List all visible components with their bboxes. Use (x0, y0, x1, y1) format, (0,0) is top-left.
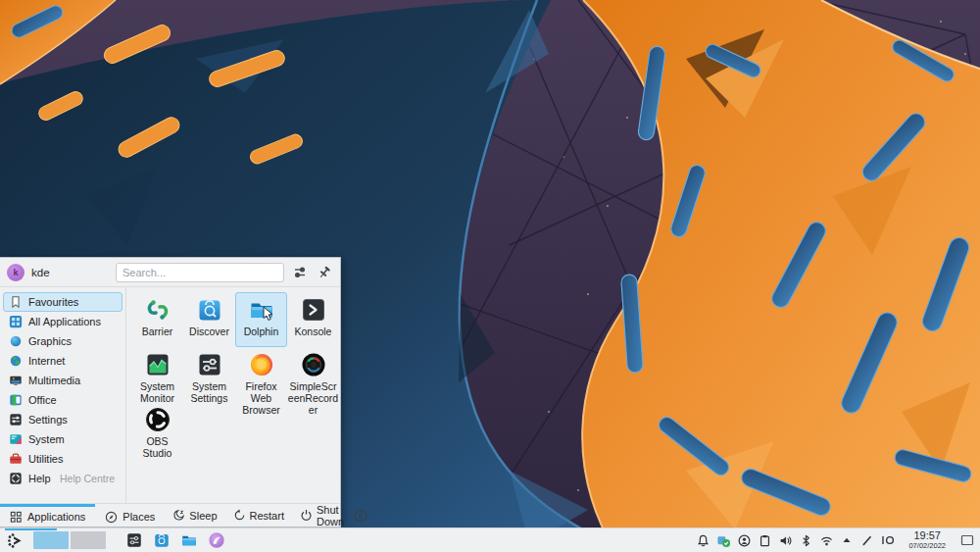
applications-tab-icon (10, 511, 23, 524)
bookmark-icon (9, 295, 23, 309)
app-label: System Settings (184, 381, 235, 405)
task-purple-swirl-app[interactable] (207, 531, 225, 550)
help-icon (9, 472, 23, 485)
expand-tray-icon[interactable] (839, 532, 855, 548)
settings-sliders-icon (9, 413, 23, 427)
sidebar-item-office[interactable]: Office (3, 390, 122, 410)
sidebar-item-utilities[interactable]: Utilities (3, 449, 122, 469)
sidebar-item-settings[interactable]: Settings (3, 410, 122, 429)
sidebar-item-label: Office (28, 394, 57, 406)
clock-time: 19:57 (908, 530, 946, 541)
app-label: System Monitor (132, 381, 183, 405)
volume-icon[interactable] (777, 532, 793, 548)
shut-down-button[interactable]: Shut Down (292, 504, 352, 527)
task-dolphin[interactable] (179, 531, 198, 550)
app-system-monitor[interactable]: System Monitor (131, 347, 183, 402)
purple-swirl-app-icon (208, 531, 225, 549)
app-dolphin[interactable]: Dolphin (235, 292, 287, 347)
sidebar-item-internet[interactable]: Internet (3, 351, 122, 371)
sidebar-item-multimedia[interactable]: Multimedia (3, 371, 122, 390)
sidebar-item-label: Multimedia (28, 375, 80, 386)
sort-icon (292, 265, 308, 280)
app-simplescreenrecorder[interactable]: SimpleScreenRecorder (287, 347, 339, 402)
tab-label: Places (122, 511, 155, 523)
sidebar-item-help[interactable]: Help Help Centre (3, 469, 122, 488)
chevron-circle-icon (354, 509, 368, 523)
taskbar-panel: 19:57 07/02/2022 (0, 527, 980, 552)
network-wifi-icon[interactable] (818, 532, 834, 548)
session-label: Sleep (189, 510, 217, 522)
task-system-settings[interactable] (124, 531, 143, 550)
app-label: Barrier (132, 326, 183, 338)
sleep-button[interactable]: Sleep (165, 504, 224, 527)
app-label: Dolphin (236, 326, 287, 338)
category-sidebar: Favourites All Applications Graphics Int… (0, 287, 126, 503)
discover-icon (196, 296, 223, 324)
more-session-options-button[interactable] (352, 504, 375, 527)
favourites-app-grid: Barrier Discover Dolphin Konsole System … (126, 287, 340, 503)
task-discover[interactable] (152, 531, 171, 550)
session-label: Restart (250, 510, 284, 522)
app-konsole[interactable]: Konsole (287, 292, 339, 347)
pen-tablet-icon[interactable] (859, 532, 875, 548)
privacy-user-icon[interactable] (736, 532, 752, 548)
clock-date: 07/02/2022 (908, 542, 946, 550)
app-firefox[interactable]: Firefox Web Browser (235, 347, 287, 402)
launcher-header: k kde (0, 258, 340, 287)
app-system-settings[interactable]: System Settings (183, 347, 235, 402)
search-input[interactable] (116, 263, 284, 282)
sidebar-item-label: Favourites (28, 296, 78, 308)
dolphin-task-icon (180, 531, 198, 549)
system-settings-app-icon (196, 351, 223, 378)
virtual-desktop-pager (33, 531, 106, 549)
pin-button[interactable] (316, 264, 333, 281)
sidebar-item-label: Settings (28, 414, 68, 426)
notifications-icon[interactable] (695, 532, 710, 548)
digital-clock[interactable]: 19:57 07/02/2022 (908, 530, 946, 550)
tab-label: Applications (27, 511, 85, 523)
simplescreenrecorder-icon (300, 351, 327, 378)
help-centre-label: Help Centre (60, 473, 117, 484)
pin-icon (317, 265, 332, 280)
clipboard-icon[interactable] (757, 532, 772, 548)
app-label: Firefox Web Browser (236, 381, 287, 416)
show-desktop-button[interactable] (960, 532, 974, 548)
sidebar-item-graphics[interactable]: Graphics (3, 331, 122, 351)
sidebar-item-favourites[interactable]: Favourites (3, 292, 122, 312)
sidebar-item-label: Utilities (28, 453, 63, 465)
sidebar-item-system[interactable]: System (3, 429, 122, 449)
app-barrier[interactable]: Barrier (131, 292, 183, 347)
launcher-footer: Applications Places Sleep Restart Shut D… (0, 503, 340, 527)
launcher-body: Favourites All Applications Graphics Int… (0, 287, 340, 503)
tab-applications[interactable]: Applications (0, 504, 95, 527)
app-label: SimpleScreenRecorder (288, 381, 339, 416)
restart-button[interactable]: Restart (225, 504, 292, 527)
app-obs-studio[interactable]: OBS Studio (131, 402, 183, 457)
app-label: OBS Studio (132, 436, 183, 460)
show-desktop-icon (960, 533, 974, 547)
tab-places[interactable]: Places (95, 504, 165, 527)
app-label: Discover (184, 326, 235, 338)
app-label: Konsole (288, 326, 339, 338)
bluetooth-icon[interactable] (798, 532, 813, 548)
sidebar-item-all-applications[interactable]: All Applications (3, 312, 122, 331)
sort-options-button[interactable] (291, 264, 309, 281)
session-label: Shut Down (317, 504, 344, 527)
display-io-icon[interactable] (880, 532, 896, 548)
places-compass-icon (105, 511, 118, 524)
obs-studio-icon (144, 406, 172, 433)
task-manager (124, 531, 225, 550)
globe-icon (9, 354, 23, 368)
restart-icon (233, 509, 246, 522)
pager-desktop-2[interactable] (71, 531, 106, 549)
system-settings-task-icon (125, 531, 143, 549)
avatar-letter: k (13, 268, 18, 277)
sleep-moon-icon (172, 509, 185, 522)
graphics-sphere-icon (9, 334, 23, 348)
application-launcher-button[interactable] (6, 531, 24, 550)
software-updates-icon[interactable] (715, 532, 731, 548)
user-avatar[interactable]: k (7, 264, 24, 281)
app-discover[interactable]: Discover (183, 292, 235, 347)
pager-desktop-1[interactable] (33, 531, 69, 549)
sidebar-item-label: Internet (28, 355, 65, 367)
